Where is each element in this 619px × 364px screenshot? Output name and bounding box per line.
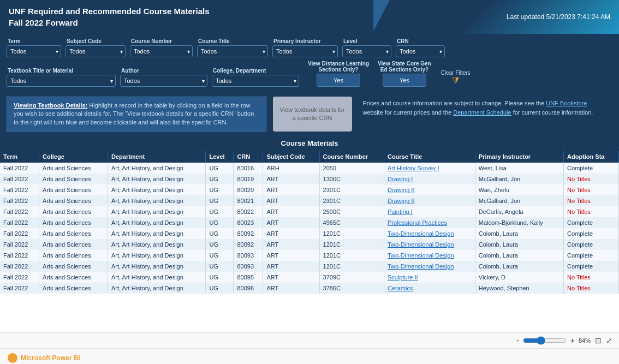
- table-row[interactable]: Fall 2022Arts and SciencesArt, Art Histo…: [0, 239, 619, 250]
- table-cell-8-7[interactable]: Two-Dimensional Design: [384, 250, 475, 261]
- college-dept-select-wrapper[interactable]: Todos: [212, 75, 299, 87]
- table-cell-6-5[interactable]: ART: [263, 228, 319, 239]
- table-row[interactable]: Fall 2022Arts and SciencesArt, Art Histo…: [0, 261, 619, 272]
- zoom-minus-button[interactable]: -: [515, 336, 521, 345]
- table-cell-3-8[interactable]: McGalliard, Jon: [475, 195, 563, 206]
- table-cell-0-0[interactable]: Fall 2022: [0, 163, 39, 174]
- table-cell-10-8[interactable]: Vickery, D: [475, 272, 563, 283]
- table-cell-9-9[interactable]: Complete: [564, 261, 619, 272]
- table-cell-11-9[interactable]: No Titles: [564, 283, 619, 294]
- fit-screen-button[interactable]: ⊡: [595, 336, 602, 345]
- table-row[interactable]: Fall 2022Arts and SciencesArt, Art Histo…: [0, 217, 619, 228]
- table-cell-9-8[interactable]: Colomb, Laura: [475, 261, 563, 272]
- state-core-button[interactable]: Yes: [383, 74, 426, 87]
- table-cell-11-4[interactable]: 80096: [234, 283, 263, 294]
- table-cell-5-3[interactable]: UG: [206, 217, 234, 228]
- primary-instructor-select-wrapper[interactable]: Todos: [272, 45, 338, 57]
- term-select-wrapper[interactable]: Todos: [7, 45, 61, 57]
- table-cell-6-1[interactable]: Arts and Sciences: [39, 228, 108, 239]
- table-cell-4-7[interactable]: Painting I: [384, 206, 475, 217]
- course-title-link[interactable]: Two-Dimensional Design: [388, 252, 454, 259]
- primary-instructor-select[interactable]: Todos: [272, 45, 338, 57]
- course-number-select-wrapper[interactable]: Todos: [130, 45, 193, 57]
- table-cell-3-6[interactable]: 2301C: [319, 195, 384, 206]
- college-dept-select[interactable]: Todos: [212, 75, 299, 87]
- table-cell-3-4[interactable]: 80021: [234, 195, 263, 206]
- table-cell-9-2[interactable]: Art, Art History, and Design: [108, 261, 206, 272]
- table-cell-5-7[interactable]: Professional Practices: [384, 217, 475, 228]
- dept-schedule-link[interactable]: Department Schedule: [453, 109, 511, 116]
- table-cell-7-5[interactable]: ART: [263, 239, 319, 250]
- table-cell-0-3[interactable]: UG: [206, 163, 234, 174]
- table-cell-5-0[interactable]: Fall 2022: [0, 217, 39, 228]
- table-cell-10-1[interactable]: Arts and Sciences: [39, 272, 108, 283]
- textbook-select-wrapper[interactable]: Todos: [7, 75, 116, 87]
- course-title-link[interactable]: Drawing II: [388, 187, 415, 193]
- table-cell-1-8[interactable]: McGalliard, Jon: [475, 174, 563, 184]
- table-cell-2-2[interactable]: Art, Art History, and Design: [108, 184, 206, 195]
- table-cell-2-1[interactable]: Arts and Sciences: [39, 184, 108, 195]
- table-cell-3-5[interactable]: ART: [263, 195, 319, 206]
- table-cell-10-5[interactable]: ART: [263, 272, 319, 283]
- table-row[interactable]: Fall 2022Arts and SciencesArt, Art Histo…: [0, 250, 619, 261]
- table-cell-8-1[interactable]: Arts and Sciences: [39, 250, 108, 261]
- level-select[interactable]: Todos: [342, 45, 391, 57]
- table-cell-4-0[interactable]: Fall 2022: [0, 206, 39, 217]
- table-cell-0-8[interactable]: West, Lisa: [475, 163, 563, 174]
- table-cell-6-3[interactable]: UG: [206, 228, 234, 239]
- table-cell-8-9[interactable]: Complete: [564, 250, 619, 261]
- table-cell-11-6[interactable]: 3786C: [319, 283, 384, 294]
- table-cell-8-0[interactable]: Fall 2022: [0, 250, 39, 261]
- table-cell-2-7[interactable]: Drawing II: [384, 184, 475, 195]
- course-title-link[interactable]: Two-Dimensional Design: [388, 230, 454, 237]
- table-cell-2-4[interactable]: 80020: [234, 184, 263, 195]
- distance-learning-button[interactable]: Yes: [317, 74, 360, 87]
- table-cell-2-8[interactable]: Wan, Zhefu: [475, 184, 563, 195]
- table-cell-1-3[interactable]: UG: [206, 174, 234, 184]
- table-row[interactable]: Fall 2022Arts and SciencesArt, Art Histo…: [0, 283, 619, 294]
- table-cell-8-5[interactable]: ART: [263, 250, 319, 261]
- table-cell-6-4[interactable]: 80092: [234, 228, 263, 239]
- table-cell-7-2[interactable]: Art, Art History, and Design: [108, 239, 206, 250]
- subject-code-select-wrapper[interactable]: Todos: [66, 45, 126, 57]
- table-cell-4-5[interactable]: ART: [263, 206, 319, 217]
- course-title-link[interactable]: Two-Dimensional Design: [388, 263, 454, 270]
- course-title-link[interactable]: Professional Practices: [388, 219, 447, 226]
- table-cell-7-7[interactable]: Two-Dimensional Design: [384, 239, 475, 250]
- crn-select-wrapper[interactable]: Todos: [396, 45, 445, 57]
- table-cell-6-8[interactable]: Colomb, Laura: [475, 228, 563, 239]
- table-cell-7-6[interactable]: 1201C: [319, 239, 384, 250]
- table-cell-11-1[interactable]: Arts and Sciences: [39, 283, 108, 294]
- author-select-wrapper[interactable]: Todos: [120, 75, 207, 87]
- table-cell-9-4[interactable]: 80093: [234, 261, 263, 272]
- view-crn-button[interactable]: View textbook details for a specific CRN: [273, 97, 352, 132]
- table-cell-10-7[interactable]: Sculpture II: [384, 272, 475, 283]
- table-cell-1-1[interactable]: Arts and Sciences: [39, 174, 108, 184]
- table-cell-10-6[interactable]: 3709C: [319, 272, 384, 283]
- table-cell-3-7[interactable]: Drawing II: [384, 195, 475, 206]
- table-cell-9-3[interactable]: UG: [206, 261, 234, 272]
- table-row[interactable]: Fall 2022Arts and SciencesArt, Art Histo…: [0, 272, 619, 283]
- table-cell-8-6[interactable]: 1201C: [319, 250, 384, 261]
- table-cell-0-2[interactable]: Art, Art History, and Design: [108, 163, 206, 174]
- table-cell-2-5[interactable]: ART: [263, 184, 319, 195]
- table-cell-0-5[interactable]: ARH: [263, 163, 319, 174]
- table-cell-4-6[interactable]: 2500C: [319, 206, 384, 217]
- table-cell-9-6[interactable]: 1201C: [319, 261, 384, 272]
- table-cell-5-6[interactable]: 4965C: [319, 217, 384, 228]
- table-cell-9-7[interactable]: Two-Dimensional Design: [384, 261, 475, 272]
- table-cell-6-2[interactable]: Art, Art History, and Design: [108, 228, 206, 239]
- table-cell-3-3[interactable]: UG: [206, 195, 234, 206]
- table-cell-10-0[interactable]: Fall 2022: [0, 272, 39, 283]
- table-row[interactable]: Fall 2022Arts and SciencesArt, Art Histo…: [0, 206, 619, 217]
- table-cell-1-7[interactable]: Drawing I: [384, 174, 475, 184]
- table-cell-2-9[interactable]: No Titles: [564, 184, 619, 195]
- clear-filters-button[interactable]: Clear Filters ⧩: [440, 69, 472, 87]
- table-cell-7-9[interactable]: Complete: [564, 239, 619, 250]
- table-cell-6-6[interactable]: 1201C: [319, 228, 384, 239]
- zoom-slider[interactable]: [523, 336, 567, 345]
- table-cell-9-5[interactable]: ART: [263, 261, 319, 272]
- table-cell-0-6[interactable]: 2050: [319, 163, 384, 174]
- table-cell-3-1[interactable]: Arts and Sciences: [39, 195, 108, 206]
- table-cell-1-9[interactable]: No Titles: [564, 174, 619, 184]
